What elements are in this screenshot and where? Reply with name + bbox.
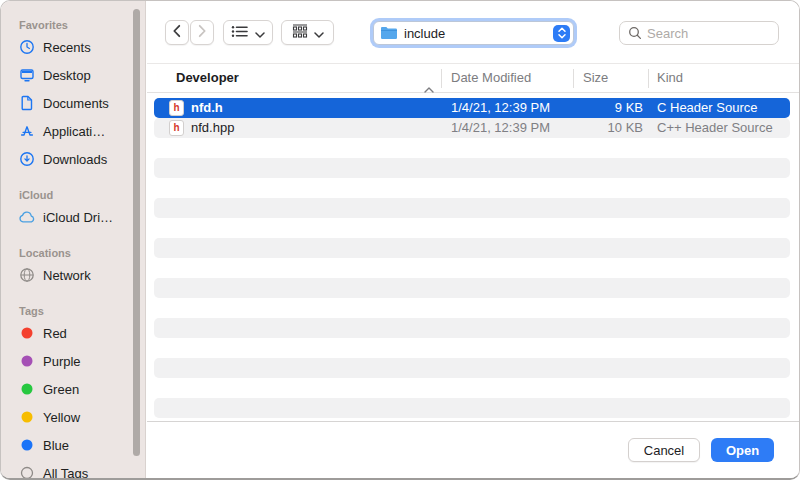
sidebar-item-label: Yellow xyxy=(43,410,80,425)
file-size: 9 KB xyxy=(574,98,643,118)
sidebar-section-locations: Locations xyxy=(1,245,145,261)
header-file-icon: h xyxy=(169,120,184,136)
forward-button[interactable] xyxy=(190,20,214,45)
search-icon xyxy=(628,26,642,40)
sidebar-item-label: Green xyxy=(43,382,79,397)
tag-dot-icon xyxy=(18,352,36,370)
sidebar-item-label: Network xyxy=(43,268,91,283)
sidebar-item-icloud-dri[interactable]: iCloud Dri… xyxy=(1,203,145,231)
sidebar-item-label: Documents xyxy=(43,96,109,111)
grid-view-icon xyxy=(292,24,308,42)
file-kind: C Header Source xyxy=(657,98,757,118)
globe-icon xyxy=(18,266,36,284)
column-header-developer[interactable]: Developer xyxy=(176,64,239,92)
chevron-right-icon xyxy=(197,24,207,42)
chevron-down-icon xyxy=(255,24,265,42)
sidebar-section-tags: Tags xyxy=(1,303,145,319)
document-icon xyxy=(18,94,36,112)
tag-dot-icon xyxy=(18,408,36,426)
sidebar-item-all-tags[interactable]: All Tags xyxy=(1,459,145,478)
sidebar-item-label: Red xyxy=(43,326,67,341)
cloud-icon xyxy=(18,208,36,226)
open-button[interactable]: Open xyxy=(711,438,774,462)
file-row-nfd-h[interactable]: hnfd.h1/4/21, 12:39 PM9 KBC Header Sourc… xyxy=(154,98,790,118)
sidebar-item-label: Applicati… xyxy=(43,124,105,139)
column-header-date-modified[interactable]: Date Modified xyxy=(451,64,531,92)
sidebar-item-label: Downloads xyxy=(43,152,107,167)
column-header-row: Developer Date Modified Size Kind xyxy=(147,63,799,93)
desktop-icon xyxy=(18,66,36,84)
empty-row xyxy=(154,318,790,338)
sidebar-item-downloads[interactable]: Downloads xyxy=(1,145,145,173)
sidebar-item-label: Desktop xyxy=(43,68,91,83)
download-circle-icon xyxy=(18,150,36,168)
list-view-icon xyxy=(231,24,249,42)
sidebar-item-green[interactable]: Green xyxy=(1,375,145,403)
empty-row xyxy=(154,158,790,178)
sidebar-item-yellow[interactable]: Yellow xyxy=(1,403,145,431)
empty-row xyxy=(154,398,790,418)
empty-row xyxy=(154,378,790,398)
empty-row xyxy=(154,178,790,198)
sidebar-item-recents[interactable]: Recents xyxy=(1,33,145,61)
open-file-dialog: FavoritesRecentsDesktopDocumentsApplicat… xyxy=(0,0,800,480)
list-view-button[interactable] xyxy=(223,20,273,45)
group-view-button[interactable] xyxy=(281,20,334,45)
folder-icon xyxy=(380,26,398,40)
search-input[interactable] xyxy=(647,26,770,41)
chevron-down-icon xyxy=(314,24,324,42)
clock-icon xyxy=(18,38,36,56)
empty-row xyxy=(154,218,790,238)
sidebar-item-desktop[interactable]: Desktop xyxy=(1,61,145,89)
sidebar-scrollbar[interactable] xyxy=(133,9,140,456)
tag-dot-icon xyxy=(18,436,36,454)
column-divider[interactable] xyxy=(648,69,649,88)
header-file-icon: h xyxy=(169,100,184,116)
sidebar-item-documents[interactable]: Documents xyxy=(1,89,145,117)
sidebar-item-purple[interactable]: Purple xyxy=(1,347,145,375)
sidebar-item-red[interactable]: Red xyxy=(1,319,145,347)
empty-row xyxy=(154,298,790,318)
chevron-left-icon xyxy=(172,24,182,42)
all-tags-circle-icon xyxy=(18,464,36,478)
appstore-icon xyxy=(18,122,36,140)
tag-dot-icon xyxy=(18,380,36,398)
sidebar-sections: FavoritesRecentsDesktopDocumentsApplicat… xyxy=(1,17,145,478)
empty-row xyxy=(154,238,790,258)
sidebar-item-label: Purple xyxy=(43,354,81,369)
empty-row xyxy=(154,278,790,298)
empty-row xyxy=(154,198,790,218)
file-name: nfd.h xyxy=(191,98,223,118)
empty-row xyxy=(154,258,790,278)
file-name: nfd.hpp xyxy=(191,118,234,138)
popup-stepper-icon xyxy=(553,25,570,42)
column-header-size[interactable]: Size xyxy=(583,64,608,92)
sidebar-item-applicati[interactable]: Applicati… xyxy=(1,117,145,145)
file-date: 1/4/21, 12:39 PM xyxy=(451,98,550,118)
search-field[interactable] xyxy=(619,21,779,45)
sidebar-section-favorites: Favorites xyxy=(1,17,145,33)
empty-row xyxy=(154,138,790,158)
sidebar-section-icloud: iCloud xyxy=(1,187,145,203)
column-divider[interactable] xyxy=(441,69,442,88)
empty-row xyxy=(154,358,790,378)
current-folder-popup[interactable]: include xyxy=(373,21,574,45)
column-divider[interactable] xyxy=(573,69,574,88)
file-row-nfd-hpp[interactable]: hnfd.hpp1/4/21, 12:39 PM10 KBC++ Header … xyxy=(154,118,790,138)
empty-row xyxy=(154,338,790,358)
sidebar-item-label: Recents xyxy=(43,40,91,55)
sidebar-item-network[interactable]: Network xyxy=(1,261,145,289)
file-list: hnfd.h1/4/21, 12:39 PM9 KBC Header Sourc… xyxy=(147,93,799,422)
sidebar: FavoritesRecentsDesktopDocumentsApplicat… xyxy=(1,1,146,478)
sidebar-item-label: iCloud Dri… xyxy=(43,210,113,225)
footer-divider xyxy=(147,421,799,422)
tag-dot-icon xyxy=(18,324,36,342)
column-header-kind[interactable]: Kind xyxy=(657,64,683,92)
sidebar-item-label: All Tags xyxy=(43,466,88,479)
file-date: 1/4/21, 12:39 PM xyxy=(451,118,550,138)
file-size: 10 KB xyxy=(574,118,643,138)
cancel-button[interactable]: Cancel xyxy=(628,438,700,462)
back-button[interactable] xyxy=(165,20,189,45)
sidebar-item-blue[interactable]: Blue xyxy=(1,431,145,459)
sidebar-item-label: Blue xyxy=(43,438,69,453)
